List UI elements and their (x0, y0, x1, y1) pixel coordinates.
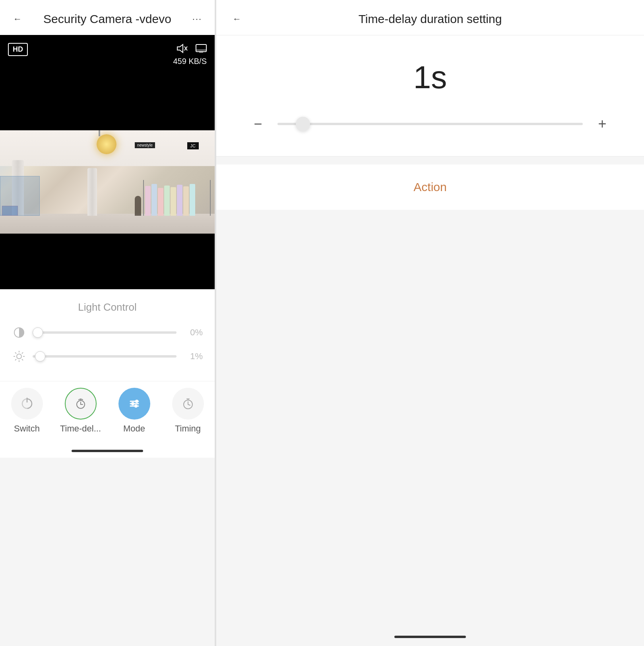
right-bottom-bar (216, 632, 644, 638)
more-options-button[interactable]: ··· (189, 11, 205, 27)
light-control-section: Light Control 0% (0, 289, 215, 381)
duration-display: 1s (248, 59, 612, 96)
switch-button[interactable]: Switch (5, 388, 49, 434)
hd-badge: HD (8, 43, 28, 56)
right-panel: ← Time-delay duration setting 1s − + Act… (216, 0, 644, 646)
warmth-track[interactable] (33, 355, 177, 358)
back-button[interactable]: ← (10, 11, 25, 27)
svg-point-25 (131, 402, 134, 405)
more-icon: ··· (192, 14, 202, 24)
svg-rect-3 (196, 44, 206, 52)
bottom-buttons: Switch Time-del... (0, 381, 215, 442)
left-header: ← Security Camera -vdevo ··· (0, 0, 215, 35)
right-back-button[interactable]: ← (229, 11, 245, 27)
time-delay-button[interactable]: Time-del... (59, 388, 103, 434)
screen-icon[interactable] (196, 44, 207, 53)
svg-point-7 (17, 354, 21, 359)
warmth-thumb[interactable] (35, 351, 45, 362)
brightness-value: 0% (183, 327, 203, 338)
duration-content: 1s − + (216, 35, 644, 157)
right-back-icon: ← (233, 14, 241, 24)
mode-icon-circle (118, 388, 150, 420)
action-button[interactable]: Action (413, 180, 446, 193)
time-delay-icon-circle (65, 388, 97, 420)
mute-icon[interactable] (177, 43, 188, 54)
brightness-thumb[interactable] (33, 327, 43, 338)
duration-slider-thumb[interactable] (296, 117, 310, 131)
section-title: Light Control (12, 301, 203, 313)
svg-line-13 (22, 359, 23, 360)
right-home-indicator (394, 636, 466, 638)
svg-line-29 (188, 404, 190, 405)
warmth-icon (12, 349, 26, 364)
time-delay-label: Time-del... (60, 424, 101, 434)
right-header: ← Time-delay duration setting (216, 0, 644, 35)
svg-line-15 (15, 359, 16, 360)
svg-line-14 (22, 352, 23, 354)
duration-slider-track[interactable] (277, 123, 583, 125)
svg-line-12 (15, 352, 16, 354)
timing-icon-circle (172, 388, 204, 420)
mode-label: Mode (123, 424, 145, 434)
warmth-slider-row: 1% (12, 349, 203, 364)
left-bottom-bar (0, 442, 215, 458)
speed-badge: 459 KB/S (173, 57, 207, 66)
brightness-track[interactable] (33, 331, 177, 334)
svg-rect-5 (199, 51, 203, 52)
timing-label: Timing (175, 424, 201, 434)
duration-slider-row: − + (248, 116, 612, 132)
brightness-icon (12, 325, 26, 340)
svg-point-26 (134, 404, 138, 408)
page-title: Security Camera -vdevo (25, 12, 189, 26)
video-controls (177, 43, 207, 54)
timing-button[interactable]: Timing (166, 388, 210, 434)
left-panel: ← Security Camera -vdevo ··· HD 459 KB/S (0, 0, 215, 646)
camera-feed: JC newstyle (0, 130, 215, 234)
switch-icon-circle (11, 388, 43, 420)
increment-button[interactable]: + (592, 116, 612, 132)
mode-button[interactable]: Mode (113, 388, 156, 434)
left-home-indicator (72, 450, 143, 452)
svg-point-24 (135, 400, 138, 403)
decrement-button[interactable]: − (248, 116, 268, 132)
right-panel-content (216, 210, 644, 646)
svg-marker-0 (177, 44, 183, 52)
warmth-value: 1% (183, 351, 203, 362)
video-container: HD 459 KB/S tuya (0, 35, 215, 289)
action-section: Action (216, 164, 644, 210)
switch-label: Switch (14, 424, 40, 434)
back-icon: ← (13, 14, 22, 24)
brightness-slider-row: 0% (12, 325, 203, 340)
right-page-title: Time-delay duration setting (245, 12, 615, 26)
